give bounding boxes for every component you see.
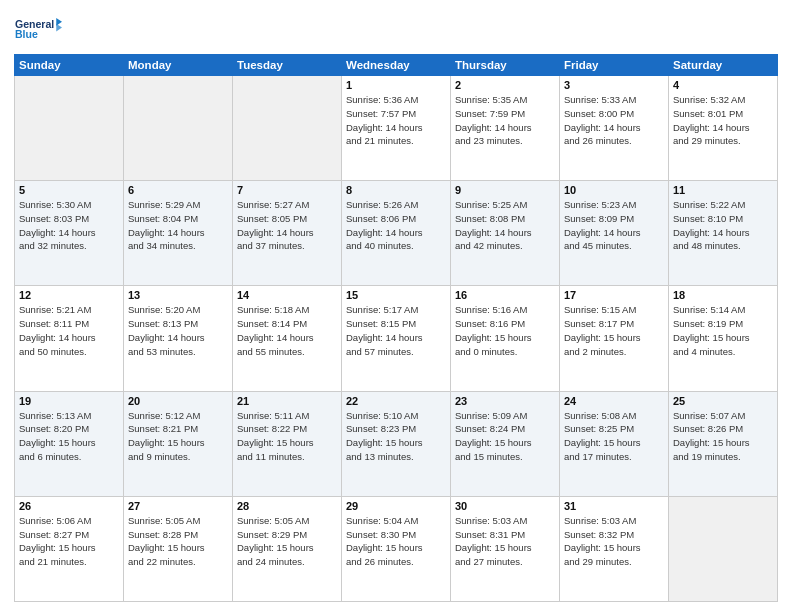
day-info: Sunrise: 5:26 AM Sunset: 8:06 PM Dayligh… xyxy=(346,198,446,253)
day-number: 12 xyxy=(19,289,119,301)
calendar-cell: 23Sunrise: 5:09 AM Sunset: 8:24 PM Dayli… xyxy=(451,391,560,496)
logo: General Blue xyxy=(14,10,62,48)
day-number: 20 xyxy=(128,395,228,407)
day-number: 16 xyxy=(455,289,555,301)
calendar-cell: 27Sunrise: 5:05 AM Sunset: 8:28 PM Dayli… xyxy=(124,496,233,601)
page: General Blue SundayMondayTuesdayWednesda… xyxy=(0,0,792,612)
weekday-monday: Monday xyxy=(124,55,233,76)
day-info: Sunrise: 5:09 AM Sunset: 8:24 PM Dayligh… xyxy=(455,409,555,464)
day-number: 8 xyxy=(346,184,446,196)
calendar-cell: 1Sunrise: 5:36 AM Sunset: 7:57 PM Daylig… xyxy=(342,76,451,181)
calendar-cell: 20Sunrise: 5:12 AM Sunset: 8:21 PM Dayli… xyxy=(124,391,233,496)
day-info: Sunrise: 5:27 AM Sunset: 8:05 PM Dayligh… xyxy=(237,198,337,253)
day-number: 24 xyxy=(564,395,664,407)
calendar-cell xyxy=(233,76,342,181)
day-number: 31 xyxy=(564,500,664,512)
day-number: 22 xyxy=(346,395,446,407)
calendar-week-2: 5Sunrise: 5:30 AM Sunset: 8:03 PM Daylig… xyxy=(15,181,778,286)
day-info: Sunrise: 5:05 AM Sunset: 8:28 PM Dayligh… xyxy=(128,514,228,569)
calendar-cell: 16Sunrise: 5:16 AM Sunset: 8:16 PM Dayli… xyxy=(451,286,560,391)
day-number: 28 xyxy=(237,500,337,512)
calendar-table: SundayMondayTuesdayWednesdayThursdayFrid… xyxy=(14,54,778,602)
svg-text:Blue: Blue xyxy=(15,28,38,40)
calendar-cell: 14Sunrise: 5:18 AM Sunset: 8:14 PM Dayli… xyxy=(233,286,342,391)
day-number: 11 xyxy=(673,184,773,196)
day-number: 30 xyxy=(455,500,555,512)
calendar-cell: 11Sunrise: 5:22 AM Sunset: 8:10 PM Dayli… xyxy=(669,181,778,286)
weekday-header-row: SundayMondayTuesdayWednesdayThursdayFrid… xyxy=(15,55,778,76)
day-info: Sunrise: 5:17 AM Sunset: 8:15 PM Dayligh… xyxy=(346,303,446,358)
header: General Blue xyxy=(14,10,778,48)
weekday-thursday: Thursday xyxy=(451,55,560,76)
calendar-cell: 4Sunrise: 5:32 AM Sunset: 8:01 PM Daylig… xyxy=(669,76,778,181)
calendar-cell xyxy=(15,76,124,181)
day-info: Sunrise: 5:30 AM Sunset: 8:03 PM Dayligh… xyxy=(19,198,119,253)
day-info: Sunrise: 5:20 AM Sunset: 8:13 PM Dayligh… xyxy=(128,303,228,358)
calendar-week-5: 26Sunrise: 5:06 AM Sunset: 8:27 PM Dayli… xyxy=(15,496,778,601)
calendar-cell: 15Sunrise: 5:17 AM Sunset: 8:15 PM Dayli… xyxy=(342,286,451,391)
day-info: Sunrise: 5:29 AM Sunset: 8:04 PM Dayligh… xyxy=(128,198,228,253)
day-number: 7 xyxy=(237,184,337,196)
day-info: Sunrise: 5:35 AM Sunset: 7:59 PM Dayligh… xyxy=(455,93,555,148)
weekday-wednesday: Wednesday xyxy=(342,55,451,76)
day-info: Sunrise: 5:22 AM Sunset: 8:10 PM Dayligh… xyxy=(673,198,773,253)
calendar-cell: 31Sunrise: 5:03 AM Sunset: 8:32 PM Dayli… xyxy=(560,496,669,601)
day-number: 5 xyxy=(19,184,119,196)
day-number: 15 xyxy=(346,289,446,301)
day-number: 18 xyxy=(673,289,773,301)
day-info: Sunrise: 5:05 AM Sunset: 8:29 PM Dayligh… xyxy=(237,514,337,569)
calendar-cell: 18Sunrise: 5:14 AM Sunset: 8:19 PM Dayli… xyxy=(669,286,778,391)
day-number: 21 xyxy=(237,395,337,407)
calendar-cell: 25Sunrise: 5:07 AM Sunset: 8:26 PM Dayli… xyxy=(669,391,778,496)
calendar-cell: 24Sunrise: 5:08 AM Sunset: 8:25 PM Dayli… xyxy=(560,391,669,496)
day-number: 4 xyxy=(673,79,773,91)
calendar-cell: 29Sunrise: 5:04 AM Sunset: 8:30 PM Dayli… xyxy=(342,496,451,601)
day-info: Sunrise: 5:07 AM Sunset: 8:26 PM Dayligh… xyxy=(673,409,773,464)
day-number: 2 xyxy=(455,79,555,91)
day-info: Sunrise: 5:14 AM Sunset: 8:19 PM Dayligh… xyxy=(673,303,773,358)
day-info: Sunrise: 5:16 AM Sunset: 8:16 PM Dayligh… xyxy=(455,303,555,358)
calendar-cell: 6Sunrise: 5:29 AM Sunset: 8:04 PM Daylig… xyxy=(124,181,233,286)
weekday-friday: Friday xyxy=(560,55,669,76)
day-number: 17 xyxy=(564,289,664,301)
calendar-week-3: 12Sunrise: 5:21 AM Sunset: 8:11 PM Dayli… xyxy=(15,286,778,391)
calendar-cell: 28Sunrise: 5:05 AM Sunset: 8:29 PM Dayli… xyxy=(233,496,342,601)
calendar-cell: 19Sunrise: 5:13 AM Sunset: 8:20 PM Dayli… xyxy=(15,391,124,496)
day-info: Sunrise: 5:03 AM Sunset: 8:32 PM Dayligh… xyxy=(564,514,664,569)
svg-marker-3 xyxy=(56,24,62,32)
day-info: Sunrise: 5:13 AM Sunset: 8:20 PM Dayligh… xyxy=(19,409,119,464)
day-info: Sunrise: 5:06 AM Sunset: 8:27 PM Dayligh… xyxy=(19,514,119,569)
calendar-cell: 17Sunrise: 5:15 AM Sunset: 8:17 PM Dayli… xyxy=(560,286,669,391)
day-info: Sunrise: 5:11 AM Sunset: 8:22 PM Dayligh… xyxy=(237,409,337,464)
day-info: Sunrise: 5:21 AM Sunset: 8:11 PM Dayligh… xyxy=(19,303,119,358)
calendar-cell: 8Sunrise: 5:26 AM Sunset: 8:06 PM Daylig… xyxy=(342,181,451,286)
calendar-cell: 7Sunrise: 5:27 AM Sunset: 8:05 PM Daylig… xyxy=(233,181,342,286)
calendar-cell: 22Sunrise: 5:10 AM Sunset: 8:23 PM Dayli… xyxy=(342,391,451,496)
day-number: 19 xyxy=(19,395,119,407)
day-number: 6 xyxy=(128,184,228,196)
day-info: Sunrise: 5:04 AM Sunset: 8:30 PM Dayligh… xyxy=(346,514,446,569)
calendar-cell xyxy=(124,76,233,181)
calendar-cell: 26Sunrise: 5:06 AM Sunset: 8:27 PM Dayli… xyxy=(15,496,124,601)
weekday-saturday: Saturday xyxy=(669,55,778,76)
day-number: 13 xyxy=(128,289,228,301)
calendar-week-1: 1Sunrise: 5:36 AM Sunset: 7:57 PM Daylig… xyxy=(15,76,778,181)
day-number: 25 xyxy=(673,395,773,407)
weekday-sunday: Sunday xyxy=(15,55,124,76)
calendar-cell xyxy=(669,496,778,601)
calendar-cell: 10Sunrise: 5:23 AM Sunset: 8:09 PM Dayli… xyxy=(560,181,669,286)
calendar-cell: 13Sunrise: 5:20 AM Sunset: 8:13 PM Dayli… xyxy=(124,286,233,391)
day-number: 3 xyxy=(564,79,664,91)
calendar-cell: 2Sunrise: 5:35 AM Sunset: 7:59 PM Daylig… xyxy=(451,76,560,181)
weekday-tuesday: Tuesday xyxy=(233,55,342,76)
day-info: Sunrise: 5:25 AM Sunset: 8:08 PM Dayligh… xyxy=(455,198,555,253)
day-number: 27 xyxy=(128,500,228,512)
day-info: Sunrise: 5:03 AM Sunset: 8:31 PM Dayligh… xyxy=(455,514,555,569)
logo-svg: General Blue xyxy=(14,10,62,48)
calendar-week-4: 19Sunrise: 5:13 AM Sunset: 8:20 PM Dayli… xyxy=(15,391,778,496)
calendar-cell: 12Sunrise: 5:21 AM Sunset: 8:11 PM Dayli… xyxy=(15,286,124,391)
day-info: Sunrise: 5:18 AM Sunset: 8:14 PM Dayligh… xyxy=(237,303,337,358)
day-number: 10 xyxy=(564,184,664,196)
calendar-cell: 21Sunrise: 5:11 AM Sunset: 8:22 PM Dayli… xyxy=(233,391,342,496)
day-info: Sunrise: 5:10 AM Sunset: 8:23 PM Dayligh… xyxy=(346,409,446,464)
